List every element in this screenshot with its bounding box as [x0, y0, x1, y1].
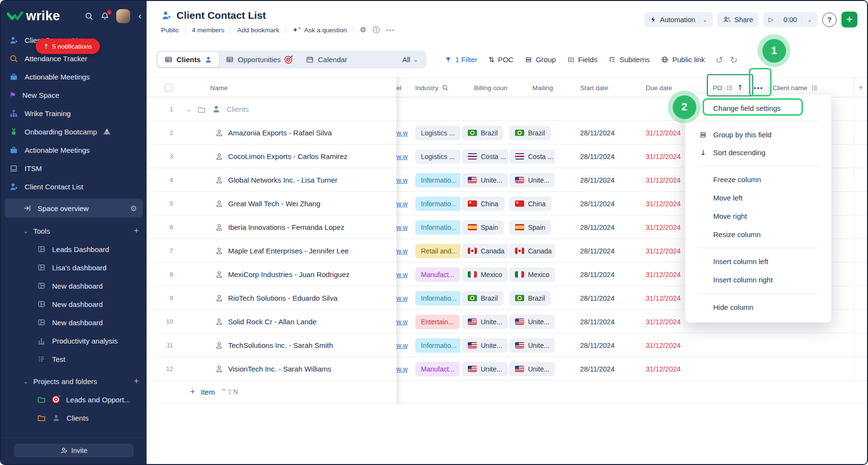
- chevron-down-icon[interactable]: ⌄: [807, 16, 812, 23]
- billing-country-tag[interactable]: Unite...: [462, 173, 508, 187]
- task-name[interactable]: Great Wall Tech - Wei Zhang: [228, 199, 320, 208]
- column-hidden[interactable]: el: [396, 78, 409, 98]
- industry-tag[interactable]: Logistics ...: [415, 149, 461, 164]
- website-link[interactable]: w.w: [396, 224, 407, 231]
- industry-tag[interactable]: Retail and...: [415, 244, 461, 258]
- undo-icon[interactable]: ↺: [716, 54, 723, 65]
- info-icon[interactable]: ⓘ: [373, 26, 380, 35]
- website-link[interactable]: w.w: [396, 318, 407, 326]
- column-name[interactable]: Name: [178, 78, 396, 98]
- group-row-name[interactable]: ⌄ Clients: [178, 97, 396, 121]
- add-project-icon[interactable]: +: [134, 376, 139, 386]
- notifications-bell-icon[interactable]: [100, 12, 109, 21]
- sidebar-item-itsm[interactable]: ITSM: [1, 159, 147, 177]
- task-name[interactable]: CocoLimon Exports - Carlos Ramirez: [228, 152, 348, 160]
- due-date[interactable]: 31/12/2024: [638, 357, 706, 381]
- start-date[interactable]: 28/11/2024: [555, 168, 638, 192]
- notifications-badge[interactable]: ↑ 5 notifications: [36, 39, 100, 54]
- mailing-country-tag[interactable]: Unite...: [509, 173, 555, 187]
- mailing-country-tag[interactable]: Canada: [509, 244, 555, 258]
- collapse-sidebar-icon[interactable]: ‹: [138, 11, 142, 21]
- billing-country-tag[interactable]: Unite...: [462, 338, 508, 353]
- industry-tag[interactable]: Logistics ...: [415, 126, 461, 140]
- sidebar-item-lisas-dashboard[interactable]: Lisa's dashboard: [1, 258, 147, 277]
- website-link[interactable]: w.w: [396, 365, 407, 373]
- mailing-country-tag[interactable]: Mexico: [509, 267, 555, 282]
- members-count[interactable]: 4 members: [192, 27, 225, 34]
- chevron-down-icon[interactable]: ⌄: [23, 378, 28, 385]
- billing-country-tag[interactable]: Brazil: [462, 291, 503, 306]
- billing-country-tag[interactable]: Unite...: [462, 315, 508, 329]
- task-name[interactable]: TechSolutions Inc. - Sarah Smith: [228, 341, 333, 349]
- industry-tag[interactable]: Manufact...: [415, 362, 460, 376]
- mailing-country-tag[interactable]: Unite...: [509, 315, 555, 329]
- due-date[interactable]: 31/12/2024: [638, 333, 706, 357]
- column-billing-country[interactable]: Billing count: [461, 78, 508, 98]
- sidebar-item-new-dashboard-3[interactable]: New dashboard: [1, 313, 147, 332]
- sidebar-section-tools[interactable]: ⌄ Tools +: [1, 222, 147, 240]
- start-date[interactable]: 28/11/2024: [555, 121, 638, 145]
- sidebar-item-actionable-meetings[interactable]: Actionable Meetings: [1, 67, 147, 86]
- start-date[interactable]: 28/11/2024: [555, 310, 638, 333]
- start-date[interactable]: 28/11/2024: [555, 333, 638, 357]
- website-link[interactable]: w.w: [396, 200, 407, 208]
- sort-button[interactable]: ⇅ POC: [488, 55, 514, 64]
- menu-item-move-right[interactable]: Move right: [685, 207, 831, 225]
- column-industry[interactable]: Industry: [409, 78, 461, 98]
- website-link[interactable]: w.w: [396, 294, 407, 302]
- menu-item-insert-column-left[interactable]: Insert column left: [685, 252, 831, 270]
- sidebar-item-productivity-analysis[interactable]: Productivity analysis: [1, 332, 147, 350]
- industry-tag[interactable]: Informatio...: [415, 173, 461, 187]
- sort-ascending-icon[interactable]: ↑: [737, 83, 744, 92]
- sidebar-item-new-dashboard-1[interactable]: New dashboard: [1, 277, 147, 295]
- billing-country-tag[interactable]: China: [462, 197, 504, 211]
- filter-button[interactable]: 1 Filter: [445, 55, 477, 64]
- group-button[interactable]: Group: [525, 55, 556, 64]
- start-date[interactable]: 28/11/2024: [555, 286, 638, 310]
- column-menu-icon[interactable]: •••: [754, 84, 763, 92]
- search-icon[interactable]: [84, 12, 94, 21]
- visibility-label[interactable]: Public: [161, 27, 179, 34]
- more-options-icon[interactable]: ···: [386, 26, 395, 34]
- menu-item-resize-column[interactable]: Resize column: [685, 225, 831, 243]
- website-link[interactable]: w.w: [396, 153, 407, 160]
- sidebar-item-clients-folder[interactable]: Clients: [1, 409, 147, 427]
- task-name[interactable]: MexiCorp Industries - Juan Rodriguez: [228, 270, 350, 279]
- tab-all-dropdown[interactable]: All ⌄: [395, 55, 425, 64]
- chevron-down-icon[interactable]: ⌄: [703, 16, 707, 23]
- tab-calendar[interactable]: Calendar: [299, 52, 354, 67]
- mailing-country-tag[interactable]: Spain: [509, 220, 551, 235]
- create-new-button[interactable]: +: [841, 12, 857, 27]
- mailing-country-tag[interactable]: Costa ...: [509, 149, 555, 164]
- menu-item-change-field-settings[interactable]: Change field settings: [685, 99, 831, 117]
- task-name[interactable]: Iberia Innovations - Fernanda Lopez: [228, 223, 344, 231]
- industry-tag[interactable]: Informatio...: [415, 197, 461, 211]
- select-all-checkbox[interactable]: [164, 84, 173, 92]
- task-name[interactable]: Amazonia Exports - Rafael Silva: [228, 129, 332, 137]
- ask-a-question-button[interactable]: ✦+ Ask a question: [292, 26, 347, 34]
- wrike-logo[interactable]: wrike: [7, 9, 60, 24]
- start-date[interactable]: 28/11/2024: [555, 145, 638, 168]
- sidebar-item-wrike-training[interactable]: Wrike Training: [1, 104, 147, 122]
- mailing-country-tag[interactable]: China: [509, 197, 552, 211]
- share-button[interactable]: Share: [718, 12, 759, 27]
- billing-country-tag[interactable]: Spain: [462, 220, 504, 235]
- menu-item-sort-descending[interactable]: ↓ Sort descending: [685, 144, 831, 161]
- industry-tag[interactable]: Manufact...: [415, 267, 460, 282]
- billing-country-tag[interactable]: Mexico: [462, 267, 508, 282]
- chevron-down-icon[interactable]: ⌄: [23, 227, 28, 235]
- website-link[interactable]: w.w: [396, 176, 407, 184]
- sidebar-item-new-dashboard-2[interactable]: New dashboard: [1, 295, 147, 313]
- automation-button[interactable]: Automation ⌄: [644, 12, 713, 27]
- add-item-row[interactable]: + Item ^⇧N: [147, 381, 867, 403]
- sidebar-item-onboarding-bootcamp[interactable]: Onboarding Bootcamp: [1, 122, 147, 141]
- industry-tag[interactable]: Informatio...: [415, 220, 461, 235]
- sidebar-item-leads-and-opportunities[interactable]: Leads and Opport...: [1, 390, 147, 409]
- website-link[interactable]: w.w: [396, 129, 407, 137]
- menu-item-hide-column[interactable]: Hide column: [685, 298, 831, 316]
- sidebar-item-space-overview[interactable]: Space overview ⚙: [5, 199, 143, 218]
- add-column-button[interactable]: +: [854, 78, 867, 98]
- chevron-down-icon[interactable]: ⌄: [186, 106, 191, 113]
- industry-tag[interactable]: Entertain...: [415, 315, 460, 329]
- tab-clients[interactable]: Clients: [158, 52, 219, 67]
